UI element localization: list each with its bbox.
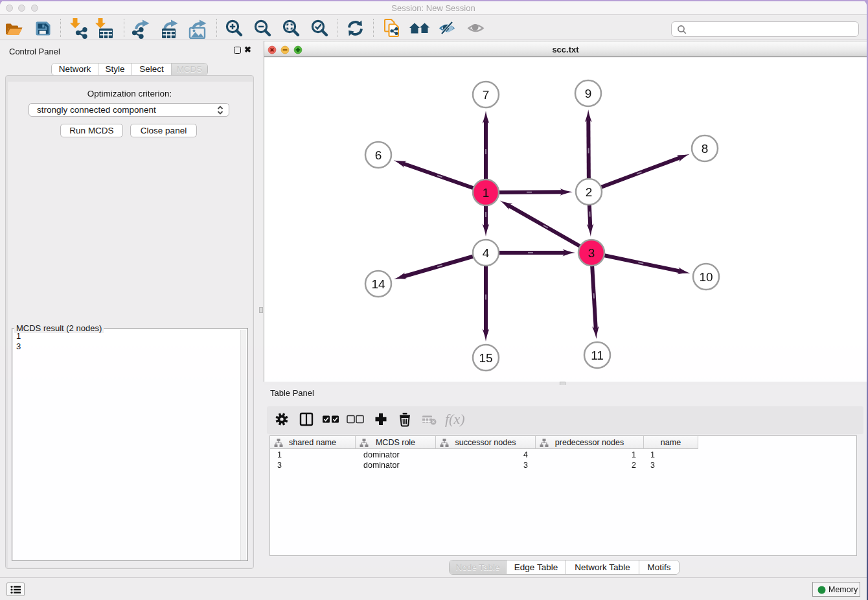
svg-text:8: 8 <box>702 142 709 156</box>
svg-text:11: 11 <box>591 349 604 362</box>
svg-text:2: 2 <box>586 185 593 199</box>
svg-text:14: 14 <box>371 277 385 291</box>
svg-text:9: 9 <box>585 87 592 100</box>
svg-text:7: 7 <box>483 88 490 102</box>
svg-text:1: 1 <box>483 186 490 200</box>
svg-text:4: 4 <box>483 246 490 260</box>
svg-text:3: 3 <box>588 246 595 260</box>
svg-text:6: 6 <box>375 148 382 162</box>
svg-text:15: 15 <box>479 351 492 365</box>
svg-text:10: 10 <box>699 270 713 284</box>
